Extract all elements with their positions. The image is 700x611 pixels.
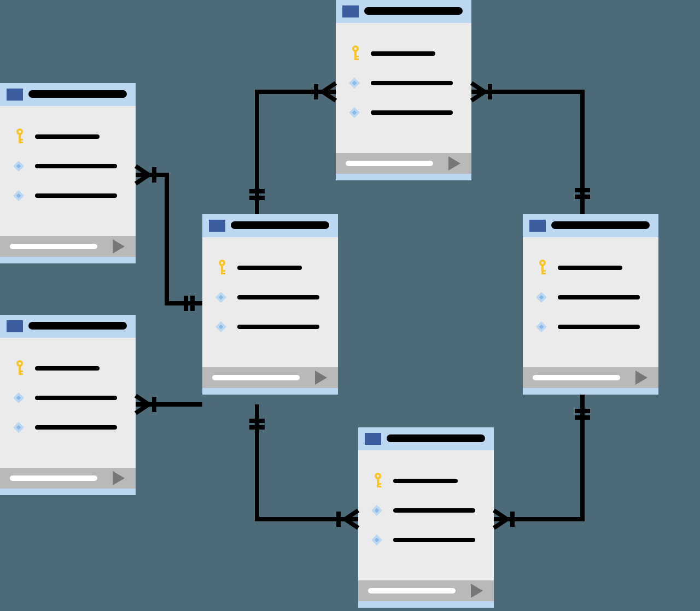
entity-titlebar xyxy=(202,214,338,237)
svg-rect-39 xyxy=(377,483,381,485)
entity-row xyxy=(0,122,136,150)
entity-titlebar xyxy=(0,83,136,106)
diamond-icon xyxy=(12,421,25,434)
entity-row xyxy=(0,413,136,440)
entity-footer xyxy=(0,468,136,495)
diamond-icon xyxy=(12,189,25,202)
field-placeholder xyxy=(237,325,319,329)
titlebar-square-icon xyxy=(7,320,23,332)
entity-footer xyxy=(202,367,338,395)
entity-titlebar xyxy=(336,0,471,23)
entity-row xyxy=(202,254,338,281)
entity-footer xyxy=(358,580,494,608)
entity-body xyxy=(336,23,471,153)
key-icon xyxy=(535,259,550,277)
footer-strip xyxy=(202,388,338,395)
entity-row xyxy=(202,283,338,310)
entity-body xyxy=(523,237,658,367)
entity-body xyxy=(202,237,338,367)
svg-point-19 xyxy=(221,262,223,264)
titlebar-square-icon xyxy=(209,220,225,232)
footer-strip xyxy=(0,257,136,263)
entity-row xyxy=(523,254,658,281)
key-icon xyxy=(12,360,27,377)
key-icon xyxy=(12,128,27,145)
svg-point-46 xyxy=(541,262,544,264)
field-placeholder xyxy=(35,134,100,139)
field-placeholder xyxy=(237,266,302,270)
play-icon xyxy=(315,371,327,385)
svg-rect-40 xyxy=(377,486,381,487)
entity-row xyxy=(336,69,471,96)
field-placeholder xyxy=(371,51,435,56)
titlebar-text-placeholder xyxy=(28,90,127,98)
titlebar-square-icon xyxy=(365,433,381,445)
diamond-icon xyxy=(12,391,25,404)
field-placeholder xyxy=(35,164,117,168)
titlebar-text-placeholder xyxy=(551,221,650,229)
entity-e4 xyxy=(336,0,471,180)
field-placeholder xyxy=(558,295,640,299)
entity-row xyxy=(0,181,136,209)
field-placeholder xyxy=(558,325,640,329)
footer-bar xyxy=(10,244,97,249)
entity-row xyxy=(358,467,494,494)
entity-e2 xyxy=(0,315,136,495)
svg-rect-4 xyxy=(19,142,23,143)
entity-row xyxy=(523,313,658,340)
svg-point-1 xyxy=(19,131,21,133)
footer-strip xyxy=(358,601,494,608)
play-icon xyxy=(113,471,125,485)
key-icon xyxy=(348,45,363,62)
svg-point-10 xyxy=(19,362,21,365)
diamond-icon xyxy=(370,533,383,547)
svg-point-28 xyxy=(354,48,357,50)
field-placeholder xyxy=(237,295,319,299)
diamond-icon xyxy=(535,291,548,304)
key-icon xyxy=(370,472,386,490)
titlebar-square-icon xyxy=(529,220,546,232)
footer-strip xyxy=(0,489,136,495)
svg-rect-30 xyxy=(354,56,359,57)
key-icon xyxy=(214,259,230,277)
footer-strip xyxy=(336,174,471,180)
entity-footer xyxy=(523,367,658,395)
entity-titlebar xyxy=(0,315,136,338)
titlebar-text-placeholder xyxy=(231,221,329,229)
titlebar-square-icon xyxy=(342,5,359,17)
footer-bar xyxy=(346,161,433,166)
entity-row xyxy=(0,384,136,411)
entity-row xyxy=(336,98,471,126)
svg-rect-13 xyxy=(19,373,23,375)
svg-rect-49 xyxy=(541,273,546,274)
entity-body xyxy=(358,450,494,580)
titlebar-text-placeholder xyxy=(364,7,463,15)
svg-rect-21 xyxy=(221,270,225,272)
entity-row xyxy=(0,354,136,381)
footer-bar xyxy=(10,475,97,481)
titlebar-text-placeholder xyxy=(387,434,485,442)
field-placeholder xyxy=(393,508,475,513)
diamond-icon xyxy=(12,160,25,173)
entity-titlebar xyxy=(523,214,658,237)
field-placeholder xyxy=(35,366,100,371)
entity-row xyxy=(202,313,338,340)
svg-rect-3 xyxy=(19,139,23,140)
entity-body xyxy=(0,106,136,236)
field-placeholder xyxy=(35,425,117,430)
field-placeholder xyxy=(371,110,453,115)
field-placeholder xyxy=(35,193,117,198)
entity-e1 xyxy=(0,83,136,263)
diamond-icon xyxy=(214,320,228,333)
entity-row xyxy=(0,152,136,179)
field-placeholder xyxy=(393,479,458,483)
footer-bar xyxy=(533,375,620,380)
footer-bar xyxy=(368,588,456,594)
field-placeholder xyxy=(558,266,622,270)
svg-rect-22 xyxy=(221,273,225,274)
entity-footer xyxy=(336,153,471,180)
play-icon xyxy=(635,371,648,385)
diamond-icon xyxy=(214,291,228,304)
titlebar-text-placeholder xyxy=(28,322,127,330)
diamond-icon xyxy=(348,77,361,90)
